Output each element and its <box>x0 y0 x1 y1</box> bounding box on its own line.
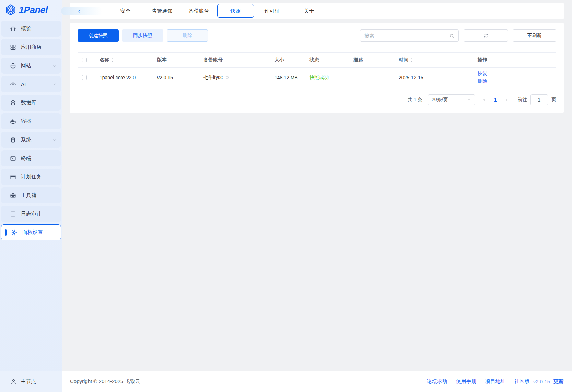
sidebar-item-website[interactable]: 网站 <box>1 58 61 74</box>
sidebar-item-label: 面板设置 <box>22 229 56 236</box>
refresh-button[interactable] <box>464 29 508 42</box>
chevron-left-icon <box>77 9 81 13</box>
tab-license[interactable]: 许可证 <box>254 4 291 18</box>
sidebar-item-appstore[interactable]: 应用商店 <box>1 39 61 55</box>
node-label: 主节点 <box>21 378 36 385</box>
divider <box>452 379 452 384</box>
tab-alert-notification[interactable]: 告警通知 <box>144 4 180 18</box>
prev-page-button[interactable] <box>479 98 490 102</box>
page-suffix: 页 <box>551 97 556 103</box>
divider <box>481 379 481 384</box>
total-count: 共 1 条 <box>407 97 422 103</box>
tab-security[interactable]: 安全 <box>107 4 144 18</box>
copyright-text: Copyright © 2014-2025 飞致云 <box>70 378 140 385</box>
sidebar-item-label: 概览 <box>21 25 56 32</box>
toolbox-icon <box>10 192 16 199</box>
chevron-down-icon <box>52 82 56 86</box>
snapshot-backup-account: 七牛ltycc <box>199 74 270 81</box>
sort-caret-icon[interactable] <box>410 58 413 63</box>
select-all-checkbox[interactable] <box>82 58 87 62</box>
column-header-status: 状态 <box>305 57 349 63</box>
brand-name: 1Panel <box>19 5 48 15</box>
search-input[interactable] <box>364 33 449 38</box>
chevron-down-icon <box>467 98 471 102</box>
page-number[interactable]: 1 <box>490 97 501 103</box>
next-page-button[interactable] <box>501 98 512 102</box>
column-header-time[interactable]: 时间 <box>394 57 473 63</box>
delete-button[interactable]: 删除 <box>167 29 208 42</box>
brand-logo[interactable]: 1 1Panel <box>0 0 62 20</box>
calendar-icon <box>10 174 16 180</box>
sidebar-item-ai[interactable]: AI <box>1 76 61 92</box>
pagination: 共 1 条 20条/页 1 前往 页 <box>78 90 556 109</box>
sidebar-item-panel-settings[interactable]: 面板设置 <box>1 224 61 240</box>
sidebar-nav: 概览 应用商店 网站 AI <box>0 20 62 371</box>
home-icon <box>10 25 16 32</box>
sidebar-item-label: 网站 <box>21 62 52 69</box>
sidebar-item-container[interactable]: 容器 <box>1 113 61 129</box>
delete-link[interactable]: 删除 <box>478 78 487 84</box>
sidebar-node-selector[interactable]: 主节点 <box>0 371 62 392</box>
star-icon <box>225 75 230 80</box>
snapshot-status: 快照成功 <box>305 74 349 81</box>
snapshot-panel: 创建快照 同步快照 删除 不刷新 名称 <box>70 23 564 113</box>
database-icon <box>10 99 16 106</box>
column-header-name[interactable]: 名称 <box>95 57 152 63</box>
sidebar-item-cronjob[interactable]: 计划任务 <box>1 169 61 185</box>
toolbar: 创建快照 同步快照 删除 不刷新 <box>78 29 556 42</box>
divider <box>510 379 510 384</box>
sidebar-item-overview[interactable]: 概览 <box>1 21 61 37</box>
terminal-icon <box>10 155 16 162</box>
sidebar-item-toolbox[interactable]: 工具箱 <box>1 187 61 203</box>
table-header-row: 名称 版本 备份账号 大小 状态 描述 时间 操作 <box>78 52 556 68</box>
server-icon <box>10 136 16 143</box>
column-header-actions: 操作 <box>473 57 556 63</box>
tab-snapshot[interactable]: 快照 <box>217 4 254 18</box>
1panel-logo-icon: 1 <box>5 4 16 16</box>
sidebar-collapse-button[interactable] <box>61 7 102 15</box>
sidebar-item-terminal[interactable]: 终端 <box>1 150 61 166</box>
update-link[interactable]: 更新 <box>553 378 564 385</box>
search-icon <box>449 33 454 38</box>
community-edition-link[interactable]: 社区版 <box>514 378 530 385</box>
svg-text:1: 1 <box>9 8 12 13</box>
sidebar-item-logs[interactable]: 日志审计 <box>1 206 61 222</box>
sidebar-item-system[interactable]: 系统 <box>1 132 61 148</box>
robot-icon <box>10 81 16 88</box>
sidebar-item-label: 应用商店 <box>21 44 56 50</box>
row-checkbox[interactable] <box>82 75 87 80</box>
tabs: 安全 告警通知 备份账号 快照 许可证 关于 <box>107 4 327 18</box>
tab-about[interactable]: 关于 <box>291 4 327 18</box>
snapshot-table: 名称 版本 备份账号 大小 状态 描述 时间 操作 1panel-core <box>78 52 556 87</box>
sidebar-item-label: 终端 <box>21 155 56 162</box>
auto-refresh-toggle-button[interactable]: 不刷新 <box>513 29 556 42</box>
sidebar-item-label: 容器 <box>21 118 56 124</box>
sort-caret-icon[interactable] <box>111 58 114 63</box>
sidebar-item-database[interactable]: 数据库 <box>1 95 61 111</box>
snapshot-version: v2.0.15 <box>152 75 199 80</box>
container-icon <box>10 118 16 125</box>
tab-backup-account[interactable]: 备份账号 <box>180 4 217 18</box>
goto-label: 前往 <box>517 97 527 103</box>
user-manual-link[interactable]: 使用手册 <box>456 378 477 385</box>
sidebar: 1 1Panel 概览 应用商店 网站 <box>0 0 62 392</box>
snapshot-time: 2025-12-16 ... <box>394 75 473 80</box>
snapshot-size: 148.12 MB <box>270 75 305 80</box>
globe-icon <box>10 62 16 69</box>
sync-snapshot-button[interactable]: 同步快照 <box>122 29 163 42</box>
sidebar-item-label: 系统 <box>21 136 52 143</box>
sidebar-item-label: 计划任务 <box>21 174 56 180</box>
create-snapshot-button[interactable]: 创建快照 <box>78 29 119 42</box>
restore-link[interactable]: 恢复 <box>478 70 487 77</box>
goto-page-input[interactable] <box>530 94 548 105</box>
project-link[interactable]: 项目地址 <box>485 378 506 385</box>
search-box <box>360 29 459 42</box>
page-size-select[interactable]: 20条/页 <box>428 94 475 105</box>
status-badge: 快照成功 <box>310 74 329 81</box>
row-actions: 恢复 删除 <box>473 70 556 84</box>
sidebar-item-label: 日志审计 <box>21 211 56 217</box>
toolbar-right: 不刷新 <box>360 29 556 42</box>
footer-links: 论坛求助 使用手册 项目地址 社区版 v2.0.15 更新 <box>427 378 564 385</box>
table-row: 1panel-core-v2.0.... v2.0.15 七牛ltycc 148… <box>78 68 556 87</box>
forum-help-link[interactable]: 论坛求助 <box>427 378 447 385</box>
